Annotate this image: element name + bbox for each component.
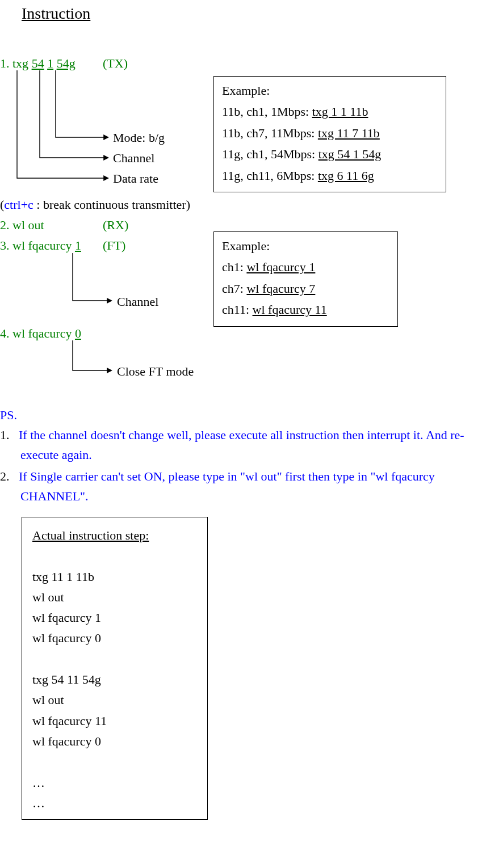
box3-l7: wl fqacurcy 11 [32, 711, 197, 731]
label-channel: Channel [113, 148, 154, 168]
arrow-step3-channel-icon [73, 253, 111, 301]
box2-r3: ch11: wl fqacurcy 11 [222, 299, 389, 320]
box2-head: Example: [222, 235, 389, 256]
box3-l9: … [32, 773, 197, 793]
step1-arg3: 54g [57, 56, 76, 70]
step3-label: Channel [117, 292, 158, 311]
step3-prefix: 3. wl fqacurcy [0, 238, 75, 252]
box2-r2: ch7: wl fqacurcy 7 [222, 278, 389, 299]
step4-label: Close FT mode [117, 361, 194, 381]
arrow-mode-icon [56, 70, 108, 137]
box3-l6: wl out [32, 690, 197, 710]
box1-r1: 11b, ch1, 1Mbps: txg 1 1 11b [222, 101, 438, 122]
break-line: (ctrl+c : break continuous transmitter) [0, 195, 190, 214]
step1-arg2: 1 [47, 56, 53, 70]
arrow-channel-icon [40, 70, 108, 158]
ps-head: PS. [0, 405, 477, 425]
label-datarate: Data rate [113, 168, 158, 188]
box3-l2: wl out [32, 587, 197, 608]
step1-tag: (TX) [103, 53, 128, 73]
step2-cmd: 2. wl out [0, 215, 44, 235]
box3-l1: txg 11 1 11b [32, 567, 197, 587]
page-title: Instruction [22, 1, 90, 27]
step4-prefix: 4. wl fqacurcy [0, 326, 75, 340]
box1-r3: 11g, ch1, 54Mbps: txg 54 1 54g [222, 144, 438, 165]
box1-r2: 11b, ch7, 11Mbps: txg 11 7 11b [222, 123, 438, 144]
box3-head: Actual instruction step: [32, 525, 197, 546]
box3-l4: wl fqacurcy 0 [32, 628, 197, 648]
arrow-rate-icon [17, 70, 108, 178]
step4-arg: 0 [75, 326, 81, 340]
box3-l10: … [32, 793, 197, 814]
box3-l5: txg 54 11 54g [32, 669, 197, 690]
step3-line: 3. wl fqacurcy 1 [0, 235, 81, 255]
ps-item-2: 2. If Single carrier can't set ON, pleas… [0, 466, 477, 506]
step1-prefix: 1. txg [0, 56, 32, 70]
actual-step-box: Actual instruction step: txg 11 1 11b wl… [22, 517, 208, 820]
step1-arg1: 54 [32, 56, 44, 70]
box3-l3: wl fqacurcy 1 [32, 608, 197, 628]
ps-item-1: 1. If the channel doesn't change well, p… [0, 425, 477, 465]
example-box-2: Example: ch1: wl fqacurcy 1 ch7: wl fqac… [213, 231, 398, 327]
box1-head: Example: [222, 80, 438, 101]
step4-line: 4. wl fqacurcy 0 [0, 323, 81, 343]
arrow-step4-close-icon [73, 340, 111, 370]
box3-l8: wl fqacurcy 0 [32, 731, 197, 752]
box1-r4: 11g, ch11, 6Mbps: txg 6 11 6g [222, 165, 438, 186]
box2-r1: ch1: wl fqacurcy 1 [222, 256, 389, 277]
step3-arg: 1 [75, 238, 81, 252]
example-box-1: Example: 11b, ch1, 1Mbps: txg 1 1 11b 11… [213, 76, 446, 192]
step1-line: 1. txg 54 1 54g [0, 53, 76, 73]
label-mode: Mode: b/g [113, 128, 165, 148]
step3-tag: (FT) [103, 235, 125, 255]
step2-tag: (RX) [103, 215, 128, 235]
ps-block: PS. 1. If the channel doesn't change wel… [0, 405, 477, 507]
